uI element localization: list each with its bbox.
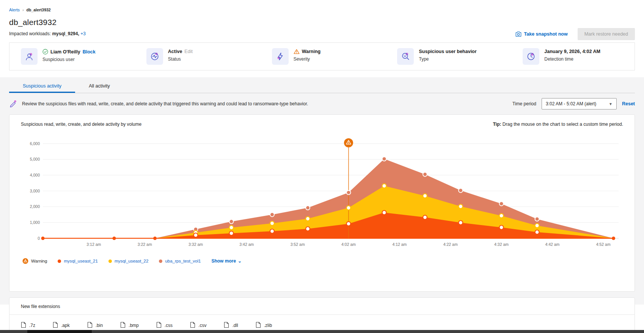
breadcrumb: Alerts › db_alert3932	[9, 8, 635, 12]
svg-text:4:32 am: 4:32 am	[494, 242, 509, 247]
status-pulse-icon	[146, 48, 163, 65]
svg-text:4,000: 4,000	[30, 173, 40, 177]
svg-text:4:42 am: 4:42 am	[545, 242, 559, 247]
chart-wrap: 01,0002,0003,0004,0005,0006,0003:12 am3:…	[21, 132, 623, 257]
block-user-link[interactable]: Block	[83, 49, 96, 55]
legend-item-warning[interactable]: Warning	[22, 258, 47, 264]
svg-text:1,000: 1,000	[30, 220, 40, 225]
review-banner: Review the suspicious files with read, w…	[9, 98, 635, 109]
page-title: db_alert3932	[9, 18, 635, 27]
file-icon	[224, 322, 229, 329]
legend-item-mysql-useast-21[interactable]: mysql_useast_21	[58, 259, 98, 263]
breadcrumb-alerts-link[interactable]: Alerts	[9, 8, 20, 12]
activity-chart[interactable]: 01,0002,0003,0004,0005,0006,0003:12 am3:…	[21, 132, 622, 256]
svg-text:3:12 am: 3:12 am	[86, 242, 101, 247]
reset-button[interactable]: Reset	[622, 101, 635, 106]
detection-time-value: January 9, 2026, 4:02 AM	[544, 49, 600, 54]
take-snapshot-button[interactable]: Take snapshot now	[515, 31, 568, 37]
type-magnifier-icon	[397, 48, 414, 65]
extension-chip-css: .css	[156, 322, 173, 329]
detection-time-caption: Detection time	[544, 56, 600, 62]
svg-text:6,000: 6,000	[30, 141, 40, 146]
breadcrumb-separator: ›	[22, 8, 24, 12]
extension-chip-zlib: .zlib	[256, 322, 272, 329]
scrollbar-thumb[interactable]	[27, 330, 92, 333]
svg-text:3:22 am: 3:22 am	[138, 242, 152, 247]
svg-text:5,000: 5,000	[30, 157, 40, 161]
review-banner-text: Review the suspicious files with read, w…	[22, 101, 508, 106]
edit-status-link[interactable]: Edit	[184, 49, 193, 54]
breadcrumb-current: db_alert3932	[26, 8, 50, 12]
status-value: Active	[168, 49, 182, 54]
chart-title: Suspicious read, write, create, and dele…	[21, 122, 141, 127]
file-icon	[156, 322, 162, 329]
tab-bar: Suspicious activity All activity	[9, 80, 635, 93]
content-area: Suspicious activity All activity Review …	[0, 77, 644, 305]
chevron-down-icon: ⌄	[238, 258, 242, 264]
svg-text:4:52 am: 4:52 am	[596, 242, 611, 247]
legend-item-mysql-useast-22[interactable]: mysql_useast_22	[108, 259, 149, 263]
summary-card-detection-time: January 9, 2026, 4:02 AM Detection time	[523, 48, 623, 65]
extensions-row: .7z .apk .bin .bmp .css .csv .dll .zlib	[21, 322, 623, 329]
new-file-extensions-card: New file extensions .7z .apk .bin .bmp .…	[9, 297, 635, 333]
suspicious-user-caption: Suspicious user	[42, 57, 96, 62]
svg-text:3:42 am: 3:42 am	[239, 242, 254, 247]
svg-text:3:32 am: 3:32 am	[188, 242, 203, 247]
severity-bolt-icon	[272, 48, 289, 65]
type-caption: Type	[419, 56, 476, 62]
extension-chip-bin: .bin	[87, 322, 103, 329]
type-value: Suspicious user behavior	[419, 49, 476, 54]
extensions-title: New file extensions	[21, 304, 623, 309]
mark-restore-button[interactable]: Mark restore needed	[578, 28, 635, 40]
summary-card-status: Active Edit Status	[146, 48, 272, 65]
summary-card-type: Suspicious user behavior Type	[397, 48, 523, 65]
pen-icon	[9, 100, 17, 108]
svg-text:2,000: 2,000	[30, 204, 40, 209]
time-period-label: Time period	[512, 101, 536, 106]
file-icon	[21, 322, 26, 329]
file-icon	[53, 322, 58, 329]
impacted-label: Impacted workloads:	[9, 31, 51, 36]
page-header: Alerts › db_alert3932 db_alert3932 Impac…	[0, 0, 644, 36]
series-dot-icon	[159, 260, 162, 263]
severity-value: Warning	[302, 49, 321, 54]
svg-text:4:22 am: 4:22 am	[443, 242, 458, 247]
tab-all-activity[interactable]: All activity	[75, 80, 124, 93]
impacted-more-link[interactable]: +3	[80, 31, 86, 36]
summary-card-severity: Warning Severity	[272, 48, 397, 65]
camera-icon	[515, 31, 521, 37]
extension-chip-csv: .csv	[190, 322, 206, 329]
svg-text:3,000: 3,000	[30, 189, 40, 193]
suspicious-user-name: Liam O'Reilly	[50, 49, 80, 55]
tab-suspicious-activity[interactable]: Suspicious activity	[9, 80, 75, 93]
horizontal-scrollbar[interactable]	[0, 330, 644, 333]
time-period-controls: Time period 3:02 AM - 5:02 AM (alert) ▼ …	[512, 98, 635, 109]
alert-summary-bar: Liam O'Reilly Block Suspicious user Acti…	[9, 42, 635, 70]
file-icon	[256, 322, 261, 329]
severity-caption: Severity	[294, 56, 321, 62]
svg-text:3:52 am: 3:52 am	[291, 242, 305, 247]
svg-text:0: 0	[38, 236, 40, 241]
clock-icon	[523, 48, 539, 65]
warning-triangle-icon	[294, 49, 300, 54]
user-icon	[21, 48, 38, 65]
file-icon	[87, 322, 93, 329]
series-dot-icon	[108, 260, 112, 263]
divider	[9, 314, 635, 315]
extension-chip-dll: .dll	[224, 322, 238, 329]
svg-text:4:12 am: 4:12 am	[392, 242, 407, 247]
file-icon	[190, 322, 195, 329]
chart-legend: Warning mysql_useast_21 mysql_useast_22 …	[21, 258, 623, 264]
time-period-value: 3:02 AM - 5:02 AM (alert)	[546, 101, 596, 106]
extension-chip-bmp: .bmp	[120, 322, 139, 329]
show-more-button[interactable]: Show more ⌄	[211, 258, 242, 264]
time-period-select[interactable]: 3:02 AM - 5:02 AM (alert) ▼	[542, 98, 617, 109]
svg-text:4:02 am: 4:02 am	[341, 242, 356, 247]
file-icon	[120, 322, 126, 329]
header-actions: Take snapshot now Mark restore needed	[515, 28, 635, 40]
series-dot-icon	[58, 260, 61, 263]
legend-item-uba-rps-test-vol1[interactable]: uba_rps_test_vol1	[159, 259, 201, 263]
summary-card-suspicious-user: Liam O'Reilly Block Suspicious user	[21, 48, 146, 65]
extension-chip-7z: .7z	[21, 322, 35, 329]
activity-chart-card: Suspicious read, write, create, and dele…	[9, 114, 635, 292]
